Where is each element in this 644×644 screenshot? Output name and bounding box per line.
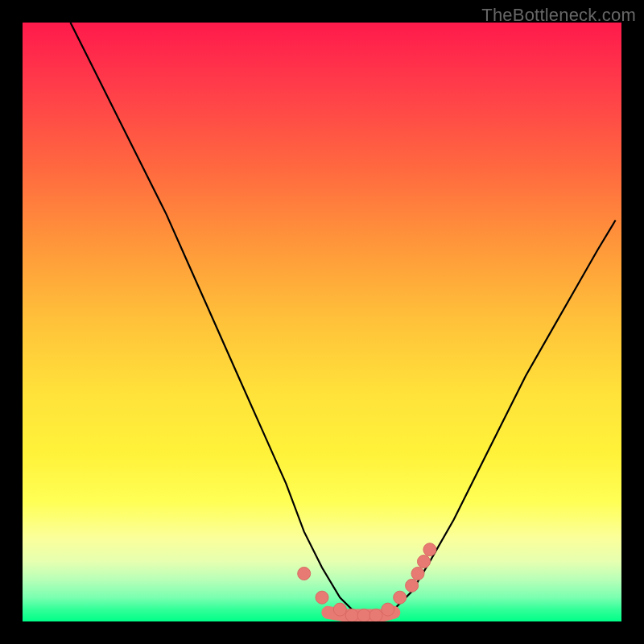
chart-frame [23, 23, 621, 621]
curve-marker [423, 543, 436, 556]
curve-marker [418, 555, 431, 568]
curve-marker [298, 568, 311, 580]
curve-marker [411, 568, 424, 580]
curve-markers [298, 543, 436, 621]
curve-marker [382, 603, 394, 616]
bottleneck-curve [71, 23, 616, 616]
curve-marker [369, 609, 382, 621]
chart-svg [23, 23, 621, 621]
curve-marker [316, 591, 328, 604]
curve-marker [345, 609, 358, 621]
curve-marker [357, 609, 370, 621]
watermark-text: TheBottleneck.com [481, 5, 636, 26]
curve-marker [333, 603, 346, 616]
curve-marker [406, 579, 419, 592]
curve-marker [394, 591, 407, 604]
